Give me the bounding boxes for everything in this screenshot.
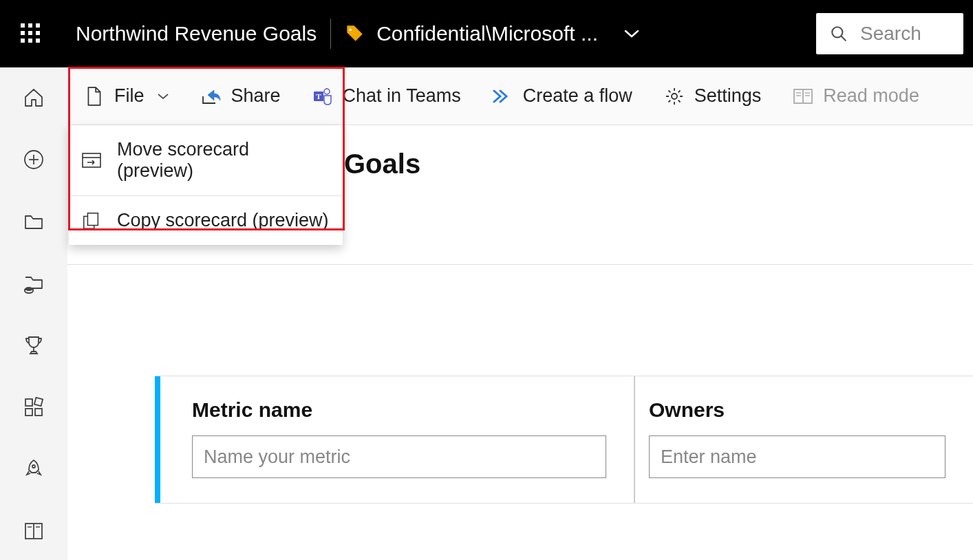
flow-icon bbox=[493, 86, 513, 107]
svg-rect-8 bbox=[25, 399, 32, 406]
search-box[interactable] bbox=[816, 13, 963, 54]
nav-apps[interactable] bbox=[21, 395, 46, 420]
app-launcher-icon[interactable] bbox=[21, 23, 41, 44]
toolbar: File Share T Chat in Teams Create a flow bbox=[67, 67, 973, 125]
teams-icon: T bbox=[312, 86, 333, 107]
svg-text:T: T bbox=[316, 92, 321, 100]
read-mode-icon bbox=[793, 86, 813, 107]
svg-rect-30 bbox=[87, 213, 98, 225]
search-input[interactable] bbox=[860, 23, 963, 45]
nav-browse[interactable] bbox=[21, 209, 46, 234]
file-dropdown-menu: Move scorecard (preview) Copy scorecard … bbox=[69, 125, 343, 245]
workspace-title: Northwind Revenue Goals bbox=[76, 22, 317, 45]
sensitivity-label-text: Confidential\Microsoft ... bbox=[376, 22, 598, 45]
chat-in-teams-label: Chat in Teams bbox=[343, 85, 461, 107]
metric-name-label: Metric name bbox=[192, 398, 606, 422]
apps-icon bbox=[23, 396, 45, 418]
read-mode-button[interactable]: Read mode bbox=[787, 83, 925, 109]
file-label: File bbox=[114, 85, 145, 107]
copy-scorecard-item[interactable]: Copy scorecard (preview) bbox=[69, 196, 343, 245]
copy-icon bbox=[81, 211, 102, 230]
owners-label: Owners bbox=[649, 398, 945, 422]
svg-point-20 bbox=[672, 94, 677, 99]
share-icon bbox=[201, 86, 222, 107]
section-divider bbox=[67, 264, 973, 265]
chat-in-teams-button[interactable]: T Chat in Teams bbox=[307, 83, 467, 109]
svg-line-2 bbox=[841, 36, 846, 41]
svg-rect-11 bbox=[34, 398, 42, 406]
plus-circle-icon bbox=[23, 149, 45, 171]
metric-entry-card: Metric name Owners bbox=[155, 376, 973, 504]
search-icon bbox=[830, 25, 848, 43]
create-flow-button[interactable]: Create a flow bbox=[487, 83, 638, 109]
svg-rect-9 bbox=[25, 409, 32, 416]
accent-bar bbox=[155, 376, 160, 503]
book-icon bbox=[23, 520, 45, 542]
svg-point-6 bbox=[25, 287, 33, 291]
nav-metrics[interactable] bbox=[21, 333, 46, 358]
svg-rect-10 bbox=[35, 409, 42, 416]
rocket-icon bbox=[23, 458, 45, 480]
nav-create[interactable] bbox=[21, 147, 46, 172]
owners-block: Owners bbox=[635, 376, 973, 503]
sensitivity-label-button[interactable]: Confidential\Microsoft ... bbox=[345, 22, 639, 45]
file-icon bbox=[84, 86, 105, 107]
svg-rect-27 bbox=[83, 153, 100, 167]
share-button[interactable]: Share bbox=[195, 83, 286, 109]
tag-icon bbox=[345, 24, 364, 43]
nav-data-hub[interactable] bbox=[21, 271, 46, 296]
gear-icon bbox=[664, 86, 685, 107]
svg-point-0 bbox=[350, 28, 352, 31]
nav-home[interactable] bbox=[21, 85, 46, 110]
settings-label: Settings bbox=[694, 85, 762, 107]
chevron-down-icon bbox=[624, 29, 639, 39]
data-hub-icon bbox=[23, 272, 45, 294]
metric-name-input[interactable] bbox=[192, 435, 606, 478]
owners-input[interactable] bbox=[649, 435, 945, 478]
move-scorecard-label: Move scorecard (preview) bbox=[117, 139, 330, 182]
share-label: Share bbox=[231, 85, 281, 107]
main-wrapper: File Share T Chat in Teams Create a flow bbox=[0, 67, 973, 560]
header-divider bbox=[330, 19, 331, 49]
svg-point-19 bbox=[324, 89, 330, 94]
move-icon bbox=[81, 151, 102, 170]
settings-button[interactable]: Settings bbox=[659, 83, 767, 109]
home-icon bbox=[23, 87, 45, 109]
nav-learn[interactable] bbox=[21, 519, 46, 543]
move-scorecard-item[interactable]: Move scorecard (preview) bbox=[69, 125, 343, 195]
file-button[interactable]: File bbox=[78, 83, 175, 109]
top-header: Northwind Revenue Goals Confidential\Mic… bbox=[0, 0, 973, 67]
nav-deployment[interactable] bbox=[21, 457, 46, 482]
content-area: File Share T Chat in Teams Create a flow bbox=[67, 67, 973, 560]
create-flow-label: Create a flow bbox=[523, 85, 632, 107]
chevron-down-icon bbox=[154, 92, 169, 100]
metric-name-block: Metric name bbox=[160, 376, 635, 503]
copy-scorecard-label: Copy scorecard (preview) bbox=[117, 210, 329, 231]
read-mode-label: Read mode bbox=[823, 85, 919, 107]
left-nav bbox=[0, 67, 67, 560]
page-title-partial: Goals bbox=[341, 149, 420, 180]
folder-icon bbox=[23, 211, 45, 233]
trophy-icon bbox=[23, 334, 45, 356]
svg-point-12 bbox=[32, 465, 35, 468]
